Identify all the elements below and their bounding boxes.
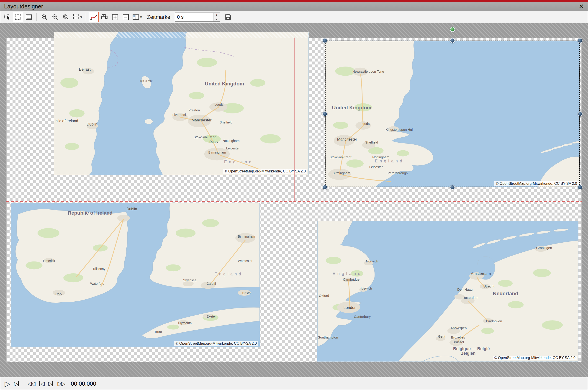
map-label: Truro [154,330,162,334]
resize-handle-bottom-center[interactable] [450,185,455,190]
map-label: Eindhoven [486,319,502,323]
minus-box-icon [122,13,129,21]
marquee-tool-button[interactable] [13,12,23,22]
map-label: Groningen [536,246,552,250]
offpage-crop-stripes [54,32,309,38]
timecode-display: 00:00.000 [71,381,96,387]
map-label: Dublin [126,207,137,211]
zoom-fit-button[interactable] [61,12,71,22]
map-label: Swansea [183,278,196,282]
camera-icon [101,13,108,21]
map-label: Brussel [453,340,464,344]
zoom-in-button[interactable] [39,12,49,22]
map-label: Derby [209,140,218,144]
zeitmarke-spinner: ▲ ▼ [213,13,220,21]
play-from-timemark-button[interactable]: ▷ [12,378,21,389]
map-label: Manchester [192,118,212,122]
map-label: England [224,160,253,164]
map-label: Dublin [87,122,98,126]
rewind-icon: ◁◁ [27,381,35,387]
map-label: Cambridge [343,278,359,281]
motion-curve-icon [90,13,97,21]
window-title: Layoutdesigner [4,3,43,10]
camera-button[interactable] [99,12,109,22]
map-object-3[interactable]: Republic of Ireland Dublin Limerick Cork… [11,203,260,347]
map-label: Republic of Ireland [54,119,78,123]
map-label: England [332,271,362,276]
map-label: United Kingdom [205,81,244,87]
map-label: Rotterdam [462,296,478,299]
map-label: Birmingham [208,150,226,154]
layoutdesigner-window: Layoutdesigner ✕ [0,0,588,390]
vertical-guide-line [294,38,294,201]
map-attribution: © OpenStreetMap.org-Mitwirkende, CC BY-S… [223,169,307,174]
map-label: Antwerpen [450,326,467,330]
spinner-up-button[interactable]: ▲ [213,13,220,17]
grid-options-button[interactable]: ▾ [72,12,83,22]
map-label: Belgien [460,351,476,356]
resize-handle-bottom-right[interactable] [578,185,583,190]
rotation-handle[interactable] [450,27,455,32]
playback-bar: ▷ ▷ ◁◁ ◁ ▷ ▷▷ 00:00.000 [0,377,588,390]
map-label: Waterford [90,282,104,286]
map-label: Nederland [493,291,518,296]
resize-handle-middle-right[interactable] [578,111,583,116]
map-label: Canterbury [354,315,371,318]
curve-tool-button[interactable] [89,12,99,22]
spinner-down-button[interactable]: ▼ [213,17,220,22]
rewind-button[interactable]: ◁◁ [26,378,36,389]
select-arrow-icon [4,13,11,21]
resize-handle-top-right[interactable] [578,38,583,43]
plus-box-icon [111,13,119,21]
zoom-out-button[interactable] [50,12,60,22]
play-from-bar-icon [18,381,19,386]
zeitmarke-input[interactable] [175,13,213,21]
map-object-1[interactable]: United Kingdom Belfast Dublin Manchester… [54,32,309,175]
fast-forward-button[interactable]: ▷▷ [56,378,66,389]
play-icon: ▷ [5,380,9,388]
map-label: Limerick [43,259,55,263]
fill-selection-tool-button[interactable] [24,12,34,22]
map-label: Ipswich [361,287,372,290]
map-label: Leicester [226,146,240,150]
map-label: London [343,305,356,310]
map-label: Oxford [319,294,329,297]
layout-options-button[interactable]: ▾ [131,12,143,22]
map-label: Stoke-on-Trent [194,135,215,139]
fast-forward-icon: ▷▷ [57,381,65,387]
map-label: Plymouth [178,321,192,325]
zoom-in-icon [41,13,48,21]
marquee-icon [14,13,22,21]
map-label: Belfast [79,67,91,72]
remove-keyframe-button[interactable] [121,12,131,22]
skip-to-end-button[interactable]: ▷ [47,378,55,389]
add-keyframe-button[interactable] [110,12,120,22]
select-tool-button[interactable] [2,12,12,22]
layout-canvas[interactable]: United Kingdom Belfast Dublin Manchester… [0,23,588,377]
title-bar[interactable]: Layoutdesigner ✕ [0,2,588,11]
map-label: Isle of Man [140,79,153,83]
skip-to-start-button[interactable]: ◁ [37,378,46,389]
map-label: England [214,272,243,276]
map-label: Sheffield [220,121,232,124]
layout-panels-icon [132,13,140,21]
map-label: Kilkenny [93,267,105,271]
skip-end-bar-icon [52,381,53,386]
resize-handle-top-center[interactable] [450,38,455,43]
map-label: Utrecht [484,285,494,288]
toolbar-separator [86,13,86,21]
map-label: Cardiff [207,282,216,286]
zoom-fit-icon [62,13,69,21]
play-button[interactable]: ▷ [3,378,11,389]
map-label: Belgique — België [453,346,490,351]
save-button[interactable] [223,12,233,22]
resize-handle-top-left[interactable] [322,38,327,43]
resize-handle-bottom-left[interactable] [322,185,327,190]
zeitmarke-label: Zeitmarke: [147,14,172,20]
resize-handle-middle-left[interactable] [322,111,327,116]
close-button[interactable]: ✕ [579,3,584,9]
map-label: Preston [188,108,200,112]
map-label: Bristol [243,291,251,295]
map-object-4[interactable]: London Cambridge Canterbury Norwich Ipsw… [317,221,579,362]
map-label: Southampton [318,336,338,339]
